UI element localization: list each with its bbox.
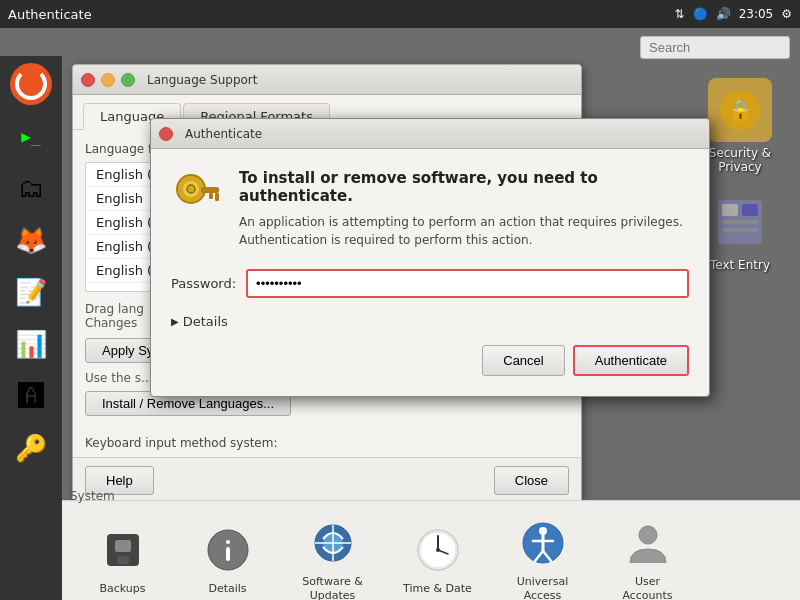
svg-rect-10 <box>215 193 219 201</box>
backups-icon <box>97 524 149 576</box>
svg-rect-14 <box>115 540 131 552</box>
universal-access-icon <box>517 517 569 569</box>
svg-point-12 <box>187 185 195 193</box>
keyboard-section: Keyboard input method system: <box>73 428 581 450</box>
changes-label: Changes <box>85 316 137 330</box>
software-updates-icon <box>307 517 359 569</box>
lang-max-btn[interactable] <box>121 73 135 87</box>
svg-rect-4 <box>742 204 758 216</box>
dock-software[interactable]: 🅰 <box>7 372 55 420</box>
details-icon <box>202 524 254 576</box>
dock-terminal[interactable]: ▶_ <box>7 112 55 160</box>
bottom-icon-time-date[interactable]: Time & Date <box>385 514 490 600</box>
desktop-icon-security[interactable]: 🔒 Security &Privacy <box>700 78 780 174</box>
dock-ubuntu[interactable] <box>7 60 55 108</box>
auth-text: To install or remove software, you need … <box>239 169 689 249</box>
auth-buttons: Cancel Authenticate <box>171 345 689 376</box>
search-input[interactable] <box>640 36 790 59</box>
authenticate-button[interactable]: Authenticate <box>573 345 689 376</box>
auth-body: To install or remove software, you need … <box>151 149 709 396</box>
svg-rect-5 <box>722 220 758 224</box>
dock-writer[interactable]: 📝 <box>7 268 55 316</box>
desktop-icon-security-label: Security &Privacy <box>709 146 771 174</box>
topbar: Authenticate ⇅ 🔵 🔊 23:05 ⚙ <box>0 0 800 28</box>
topbar-time: 23:05 <box>739 7 774 21</box>
dock-files[interactable]: 🗂 <box>7 164 55 212</box>
auth-titlebar: Authenticate <box>151 119 709 149</box>
auth-details[interactable]: ▶ Details <box>171 314 689 329</box>
lang-close-btn[interactable] <box>81 73 95 87</box>
bottom-icon-user-accounts[interactable]: UserAccounts <box>595 507 700 600</box>
auth-close-btn[interactable] <box>159 127 173 141</box>
time-date-icon <box>412 524 464 576</box>
backups-label: Backups <box>99 582 145 595</box>
universal-access-label: UniversalAccess <box>517 575 568 600</box>
desktop-icon-text-entry[interactable]: Text Entry <box>700 190 780 272</box>
auth-header: To install or remove software, you need … <box>171 169 689 249</box>
dock: ▶_ 🗂 🦊 📝 📊 🅰 🔑 <box>0 56 62 600</box>
auth-password-label: Password: <box>171 276 236 291</box>
topbar-title: Authenticate <box>8 7 92 22</box>
settings-icon[interactable]: ⚙ <box>781 7 792 21</box>
cancel-button[interactable]: Cancel <box>482 345 564 376</box>
bottom-icon-backups[interactable]: Backups <box>70 514 175 600</box>
auth-details-label: Details <box>183 314 228 329</box>
lang-title: Language Support <box>147 73 257 87</box>
auth-description: An application is attempting to perform … <box>239 213 689 249</box>
details-arrow-icon: ▶ <box>171 316 179 327</box>
time-date-label: Time & Date <box>403 582 472 595</box>
volume-icon: 🔊 <box>716 7 731 21</box>
drag-label: Drag lang <box>85 302 144 316</box>
svg-text:🔒: 🔒 <box>728 98 753 122</box>
bottom-icon-group: Backups Details <box>70 507 792 600</box>
lang-titlebar: Language Support <box>73 65 581 95</box>
bottom-icon-details[interactable]: Details <box>175 514 280 600</box>
user-accounts-icon <box>622 517 674 569</box>
bluetooth-icon: 🔵 <box>693 7 708 21</box>
svg-rect-9 <box>201 187 219 193</box>
auth-key-icon <box>171 169 223 221</box>
dock-key[interactable]: 🔑 <box>7 424 55 472</box>
system-section-label: System <box>70 489 792 503</box>
auth-modal: Authenticate To install or remove s <box>150 118 710 397</box>
desktop: ▶_ 🗂 🦊 📝 📊 🅰 🔑 🔒 <box>0 28 800 600</box>
svg-rect-6 <box>722 228 758 232</box>
auth-title: Authenticate <box>185 127 262 141</box>
auth-password-input[interactable] <box>246 269 689 298</box>
dock-firefox[interactable]: 🦊 <box>7 216 55 264</box>
svg-rect-3 <box>722 204 738 216</box>
bottom-bar: System Backups <box>62 500 800 600</box>
svg-rect-11 <box>209 193 213 199</box>
keyboard-label: Keyboard input method system: <box>85 436 278 450</box>
transfer-icon: ⇅ <box>675 7 685 21</box>
auth-password-row: Password: <box>171 269 689 298</box>
svg-rect-18 <box>226 547 230 561</box>
svg-rect-15 <box>117 556 129 564</box>
svg-rect-17 <box>226 540 230 544</box>
svg-point-27 <box>436 548 440 552</box>
bottom-icon-universal-access[interactable]: UniversalAccess <box>490 507 595 600</box>
svg-point-34 <box>639 526 657 544</box>
lang-min-btn[interactable] <box>101 73 115 87</box>
user-accounts-label: UserAccounts <box>622 575 672 600</box>
desktop-search <box>640 36 790 59</box>
dock-calc[interactable]: 📊 <box>7 320 55 368</box>
software-updates-label: Software &Updates <box>302 575 363 600</box>
auth-heading: To install or remove software, you need … <box>239 169 689 205</box>
desktop-icon-text-entry-label: Text Entry <box>710 258 770 272</box>
bottom-icon-software-updates[interactable]: Software &Updates <box>280 507 385 600</box>
details-label: Details <box>208 582 246 595</box>
topbar-right: ⇅ 🔵 🔊 23:05 ⚙ <box>675 7 792 21</box>
